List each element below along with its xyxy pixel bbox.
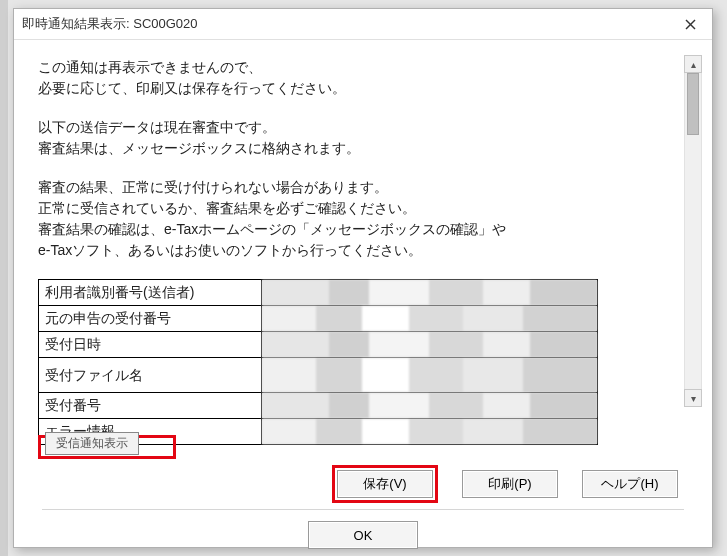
- row-label: 受付ファイル名: [39, 358, 262, 393]
- scroll-up-button[interactable]: ▴: [684, 55, 702, 73]
- row-value: [262, 393, 598, 419]
- chevron-up-icon: ▴: [691, 59, 696, 70]
- close-button[interactable]: [668, 9, 712, 39]
- receive-notice-button[interactable]: 受信通知表示: [45, 432, 139, 455]
- row-value: [262, 306, 598, 332]
- close-icon: [685, 19, 696, 30]
- table-row: 元の申告の受付番号: [39, 306, 598, 332]
- print-button[interactable]: 印刷(P): [462, 470, 558, 498]
- row-value: [262, 419, 598, 445]
- print-button-label: 印刷(P): [488, 475, 531, 493]
- row-value: [262, 280, 598, 306]
- save-button-label: 保存(V): [363, 475, 406, 493]
- row-label: 受付日時: [39, 332, 262, 358]
- row-value: [262, 358, 598, 393]
- result-table: 利用者識別番号(送信者) 元の申告の受付番号 受付日時 受付ファイル名 受付番号: [38, 279, 598, 445]
- save-button[interactable]: 保存(V): [337, 470, 433, 498]
- table-row: 利用者識別番号(送信者): [39, 280, 598, 306]
- ok-row: OK: [22, 521, 704, 549]
- highlight-save: 保存(V): [332, 465, 438, 503]
- table-row: 受付番号: [39, 393, 598, 419]
- scroll-content: この通知は再表示できませんので、 必要に応じて、印刷又は保存を行ってください。 …: [38, 57, 678, 407]
- help-button-label: ヘルプ(H): [601, 475, 658, 493]
- dialog-window: 即時通知結果表示: SC00G020 この通知は再表示できませんので、 必要に応…: [13, 8, 713, 548]
- row-value: [262, 332, 598, 358]
- row-label: 元の申告の受付番号: [39, 306, 262, 332]
- window-title: 即時通知結果表示: SC00G020: [22, 15, 198, 33]
- scroll-thumb[interactable]: [687, 73, 699, 135]
- row-label: 利用者識別番号(送信者): [39, 280, 262, 306]
- notice-paragraph-1: この通知は再表示できませんので、 必要に応じて、印刷又は保存を行ってください。: [38, 57, 678, 99]
- notice-paragraph-3: 審査の結果、正常に受け付けられない場合があります。 正常に受信されているか、審査…: [38, 177, 678, 261]
- client-area: この通知は再表示できませんので、 必要に応じて、印刷又は保存を行ってください。 …: [22, 47, 704, 539]
- notice-paragraph-2: 以下の送信データは現在審査中です。 審査結果は、メッセージボックスに格納されます…: [38, 117, 678, 159]
- scroll-down-button[interactable]: ▾: [684, 389, 702, 407]
- vertical-scrollbar[interactable]: ▴ ▾: [684, 55, 702, 407]
- separator: [42, 509, 684, 511]
- chevron-down-icon: ▾: [691, 393, 696, 404]
- action-button-row: 保存(V) 印刷(P) ヘルプ(H): [22, 467, 704, 501]
- help-button[interactable]: ヘルプ(H): [582, 470, 678, 498]
- ok-button-label: OK: [354, 528, 373, 543]
- highlight-receive-notice: 受信通知表示: [38, 435, 176, 459]
- row-label: 受付番号: [39, 393, 262, 419]
- titlebar: 即時通知結果表示: SC00G020: [14, 9, 712, 40]
- ok-button[interactable]: OK: [308, 521, 418, 549]
- table-row: 受付日時: [39, 332, 598, 358]
- table-row: 受付ファイル名: [39, 358, 598, 393]
- scroll-track[interactable]: [684, 73, 702, 389]
